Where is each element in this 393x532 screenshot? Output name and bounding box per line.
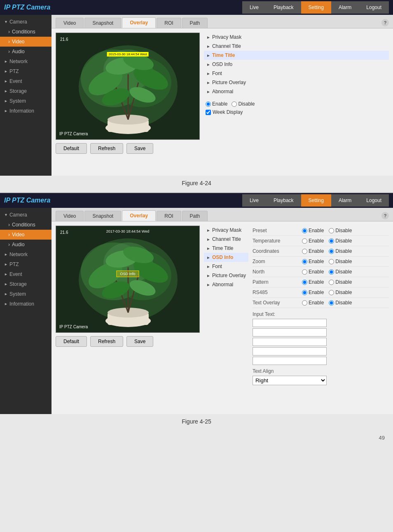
fig2-menu-abnormal[interactable]: ► Abnormal	[204, 280, 248, 289]
coord-disable-radio[interactable]	[329, 249, 334, 254]
fig2-default-button[interactable]: Default	[56, 336, 87, 347]
pattern-disable-label[interactable]: Disable	[329, 279, 352, 285]
fig2-sidebar-information[interactable]: ► Information	[0, 299, 51, 309]
tab-alarm[interactable]: Alarm	[331, 1, 359, 14]
zoom-enable-radio[interactable]	[302, 259, 307, 264]
input-text-field-3[interactable]	[253, 338, 327, 346]
sidebar-event-group[interactable]: ► Event	[0, 76, 51, 86]
input-text-field-4[interactable]	[253, 347, 327, 355]
text-overlay-disable-radio[interactable]	[329, 300, 334, 306]
sidebar-storage-group[interactable]: ► Storage	[0, 86, 51, 96]
preset-enable-label[interactable]: Enable	[302, 228, 324, 233]
fig2-subtab-video[interactable]: Video	[56, 211, 84, 221]
default-button[interactable]: Default	[56, 143, 87, 154]
fig2-sidebar-system[interactable]: ► System	[0, 289, 51, 299]
north-enable-label[interactable]: Enable	[302, 269, 324, 275]
fig2-sidebar-audio[interactable]: › Audio	[0, 240, 51, 250]
fig2-tab-setting[interactable]: Setting	[301, 194, 331, 207]
fig2-subtab-overlay[interactable]: Overlay	[122, 210, 156, 221]
fig2-tab-live[interactable]: Live	[242, 194, 266, 207]
preset-disable-label[interactable]: Disable	[329, 228, 352, 233]
menu-font[interactable]: ► Font	[204, 69, 389, 78]
north-disable-radio[interactable]	[329, 269, 334, 275]
menu-abnormal[interactable]: ► Abnormal	[204, 87, 389, 96]
save-button[interactable]: Save	[126, 143, 153, 154]
preset-enable-radio[interactable]	[302, 228, 307, 233]
sidebar-item-conditions[interactable]: › Conditions	[0, 27, 51, 37]
temp-disable-radio[interactable]	[329, 238, 334, 244]
help-icon[interactable]: ?	[381, 19, 389, 26]
text-overlay-disable-label[interactable]: Disable	[329, 300, 352, 306]
fig2-help-icon[interactable]: ?	[381, 212, 389, 219]
fig2-subtab-snapshot[interactable]: Snapshot	[84, 211, 121, 221]
input-text-field-2[interactable]	[253, 328, 327, 337]
sidebar-item-audio[interactable]: › Audio	[0, 47, 51, 56]
tab-playback[interactable]: Playback	[266, 1, 301, 14]
fig2-sidebar-ptz[interactable]: ► PTZ	[0, 259, 51, 269]
coord-disable-label[interactable]: Disable	[329, 248, 352, 254]
enable-label[interactable]: Enable	[206, 101, 227, 107]
subtab-overlay[interactable]: Overlay	[122, 17, 156, 28]
fig2-refresh-button[interactable]: Refresh	[90, 336, 123, 347]
north-disable-label[interactable]: Disable	[329, 269, 352, 275]
sidebar-system-group[interactable]: ► System	[0, 96, 51, 106]
fig2-sidebar-event[interactable]: ► Event	[0, 269, 51, 279]
menu-picture-overlay[interactable]: ► Picture Overlay	[204, 78, 389, 87]
subtab-roi[interactable]: ROI	[157, 18, 181, 28]
fig2-sidebar-network[interactable]: ► Network	[0, 250, 51, 259]
fig2-tab-playback[interactable]: Playback	[266, 194, 301, 207]
temp-disable-label[interactable]: Disable	[329, 238, 352, 244]
zoom-enable-label[interactable]: Enable	[302, 259, 324, 264]
fig2-sidebar-conditions[interactable]: › Conditions	[0, 220, 51, 230]
fig2-menu-privacy-mask[interactable]: ► Privacy Mask	[204, 226, 248, 235]
rs485-enable-radio[interactable]	[302, 290, 307, 295]
tab-setting[interactable]: Setting	[301, 1, 331, 14]
fig2-subtab-roi[interactable]: ROI	[157, 211, 181, 221]
fig2-sidebar-storage[interactable]: ► Storage	[0, 279, 51, 289]
menu-osd-info[interactable]: ► OSD Info	[204, 60, 389, 69]
refresh-button[interactable]: Refresh	[90, 143, 123, 154]
sidebar-information-group[interactable]: ► Information	[0, 106, 51, 116]
temp-enable-label[interactable]: Enable	[302, 238, 324, 244]
disable-radio[interactable]	[232, 101, 237, 107]
fig2-menu-picture-overlay[interactable]: ► Picture Overlay	[204, 271, 248, 280]
sidebar-network-group[interactable]: ► Network	[0, 56, 51, 66]
menu-channel-title[interactable]: ► Channel Title	[204, 42, 389, 51]
text-align-select[interactable]: Left Center Right	[253, 376, 327, 385]
fig2-sidebar-video[interactable]: › Video	[0, 230, 51, 240]
fig2-sidebar-camera-group[interactable]: ▼ Camera	[0, 210, 51, 220]
fig2-menu-time-title[interactable]: ► Time Title	[204, 244, 248, 253]
fig2-tab-logout[interactable]: Logout	[359, 194, 389, 207]
subtab-path[interactable]: Path	[182, 18, 208, 28]
rs485-disable-radio[interactable]	[329, 290, 334, 295]
rs485-disable-label[interactable]: Disable	[329, 290, 352, 295]
week-display-checkbox[interactable]	[206, 110, 211, 115]
rs485-enable-label[interactable]: Enable	[302, 290, 324, 295]
menu-privacy-mask[interactable]: ► Privacy Mask	[204, 33, 389, 42]
pattern-disable-radio[interactable]	[329, 280, 334, 285]
pattern-enable-radio[interactable]	[302, 280, 307, 285]
zoom-disable-radio[interactable]	[329, 259, 334, 264]
menu-time-title[interactable]: ► Time Title	[204, 51, 389, 60]
tab-logout[interactable]: Logout	[359, 1, 389, 14]
fig2-tab-alarm[interactable]: Alarm	[331, 194, 359, 207]
zoom-disable-label[interactable]: Disable	[329, 259, 352, 264]
temp-enable-radio[interactable]	[302, 238, 307, 244]
text-overlay-enable-radio[interactable]	[302, 300, 307, 306]
sidebar-ptz-group[interactable]: ► PTZ	[0, 66, 51, 76]
pattern-enable-label[interactable]: Enable	[302, 279, 324, 285]
input-text-field-5[interactable]	[253, 357, 327, 365]
tab-live[interactable]: Live	[242, 1, 266, 14]
subtab-snapshot[interactable]: Snapshot	[84, 18, 121, 28]
sidebar-item-video[interactable]: › Video	[0, 37, 51, 47]
enable-radio[interactable]	[206, 101, 211, 107]
coord-enable-radio[interactable]	[302, 249, 307, 254]
preset-disable-radio[interactable]	[329, 228, 334, 233]
subtab-video[interactable]: Video	[56, 18, 84, 28]
input-text-field-1[interactable]	[253, 319, 327, 327]
fig2-save-button[interactable]: Save	[126, 336, 153, 347]
north-enable-radio[interactable]	[302, 269, 307, 275]
sidebar-camera-group[interactable]: ▼ Camera	[0, 17, 51, 27]
disable-label[interactable]: Disable	[232, 101, 255, 107]
fig2-menu-channel-title[interactable]: ► Channel Title	[204, 235, 248, 244]
